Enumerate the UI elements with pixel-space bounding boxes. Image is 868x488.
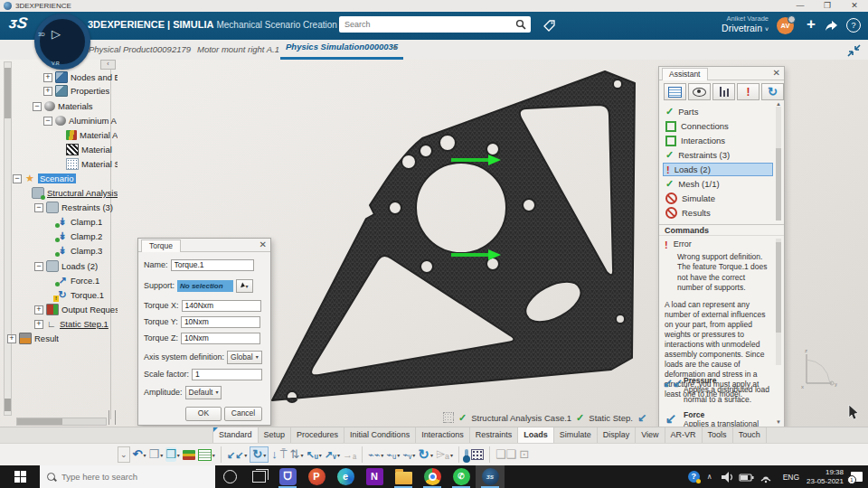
torque-x-field[interactable]	[182, 300, 261, 312]
tree-item-result[interactable]: +Result	[0, 332, 118, 345]
file-explorer-button[interactable]	[389, 465, 418, 488]
compass-widget[interactable]: ▷ 3D V.R	[34, 14, 90, 70]
tab-touch[interactable]: Touch	[733, 427, 767, 443]
scale-factor-field[interactable]	[192, 369, 262, 380]
tree-item-clamp3[interactable]: ↡Clamp.3	[0, 244, 118, 258]
compass-play-icon[interactable]: ▷	[52, 27, 61, 41]
rotation-tool-button[interactable]: ↻▾	[418, 447, 433, 462]
checklist-button[interactable]: ▾	[198, 449, 215, 461]
tab-display[interactable]: Display	[598, 427, 637, 443]
start-button[interactable]	[0, 465, 40, 488]
scrollbar-thumb[interactable]	[17, 418, 62, 425]
user-block[interactable]: Aniket Varade Drivetrain ˅	[722, 14, 769, 33]
torque-tool-button[interactable]: ↻▾	[250, 446, 269, 463]
tab-initial-conditions[interactable]: Initial Conditions	[344, 427, 416, 443]
expand-viewport-icon[interactable]	[847, 44, 861, 57]
connector-v-button[interactable]: ⌁ᵥ▾	[402, 447, 415, 462]
tab-interactions[interactable]: Interactions	[416, 427, 470, 443]
cortana-button[interactable]	[215, 465, 244, 488]
notification-center-icon[interactable]	[851, 472, 863, 482]
maximize-button[interactable]: ❐	[814, 0, 841, 12]
tray-status-icons[interactable]	[720, 471, 776, 483]
search-input[interactable]	[339, 19, 514, 30]
tree-item-clamp2[interactable]: ↡Clamp.2	[0, 230, 118, 243]
assistant-item-interactions[interactable]: Interactions	[663, 134, 773, 147]
language-indicator[interactable]: ENG	[783, 473, 799, 482]
tree-item-loads[interactable]: −Loads (2)	[0, 259, 118, 273]
tab-ar-vr[interactable]: AR-VR	[665, 427, 703, 443]
connector-u-button[interactable]: ⌁ᵤ▾	[386, 447, 400, 462]
picsart-button[interactable]: P	[302, 465, 331, 488]
tab-physics-simulation[interactable]: Physics Simulation0000035	[280, 38, 403, 60]
undo-button[interactable]: ↶▾	[133, 447, 146, 462]
tab-tools[interactable]: Tools	[703, 427, 733, 443]
viewport-3d[interactable]: ‹ +Nodes and El +Properties −Materials −…	[0, 60, 868, 427]
assistant-item-mesh[interactable]: ✓Mesh (1/1)	[663, 177, 773, 191]
assistant-close-icon[interactable]: ✕	[773, 68, 780, 78]
displacement-u-button[interactable]: ↖ᵤ▾	[306, 447, 321, 462]
tab-physical-product[interactable]: Physical Product00092179	[83, 41, 196, 60]
expander-icon[interactable]: +	[34, 305, 43, 314]
name-field[interactable]	[171, 259, 254, 271]
force-command[interactable]: ↙ ForceApplies a translational load	[663, 410, 775, 427]
tree-item-material-b[interactable]: Material	[0, 143, 118, 156]
error-row[interactable]: !Error	[665, 239, 692, 250]
assistant-item-restraints[interactable]: ✓Restraints (3)	[663, 148, 773, 162]
connector-button[interactable]: ⌁⌁▾	[368, 447, 383, 462]
scroll-down-icon[interactable]: ▼	[776, 419, 781, 425]
onenote-button[interactable]: N	[360, 465, 389, 488]
assistant-item-simulate[interactable]: Simulate	[663, 192, 773, 205]
tree-item-nodes[interactable]: +Nodes and El	[0, 70, 118, 84]
edge-button[interactable]: e	[331, 465, 360, 488]
tree-item-force1[interactable]: ↗Force.1	[0, 274, 118, 287]
expander-icon[interactable]: −	[33, 102, 42, 111]
pressure-tool-button[interactable]: ↙↙▾	[227, 447, 247, 462]
expander-icon[interactable]: −	[34, 262, 43, 271]
ok-button[interactable]: OK	[185, 407, 222, 421]
commands-scrollbar[interactable]	[776, 239, 781, 365]
support-picker-button[interactable]: ▾	[236, 279, 253, 293]
axis-system-select[interactable]: Global▾	[227, 351, 262, 364]
part-body[interactable]	[272, 71, 635, 402]
tab-view[interactable]: View	[636, 427, 665, 443]
tree-item-material-c[interactable]: Material S	[0, 157, 118, 171]
tab-motor-mount[interactable]: Motor mount right A.1	[192, 41, 285, 60]
new-tab-button[interactable]: +	[387, 38, 403, 57]
scrollbar-thumb[interactable]	[776, 242, 781, 333]
share-icon[interactable]	[824, 19, 838, 35]
random-pattern-button[interactable]	[471, 449, 484, 460]
torque-z-field[interactable]	[181, 333, 260, 344]
dialog-close-icon[interactable]: ✕	[259, 239, 267, 249]
temperature-tool-button[interactable]	[465, 449, 468, 460]
part-display-button[interactable]: ❒▾	[148, 447, 163, 462]
tab-standard[interactable]: Standard	[212, 427, 259, 443]
tree-item-scenario[interactable]: −★Scenario	[0, 172, 118, 185]
chrome-button[interactable]	[418, 465, 447, 488]
refresh-button[interactable]: ↻	[761, 83, 784, 100]
velocity-v-button[interactable]: ↗ᵥ▾	[325, 447, 340, 462]
tree-item-properties[interactable]: +Properties	[0, 84, 118, 98]
expander-icon[interactable]: +	[7, 334, 16, 343]
filter-display-button[interactable]	[712, 83, 735, 100]
acceleration-button[interactable]: →ₐ	[343, 447, 356, 462]
amplitude-tool-button[interactable]: ⌲ₐ▾	[436, 447, 453, 462]
whatsapp-button[interactable]: ✆	[447, 465, 476, 488]
clock[interactable]: 19:3823-05-2021	[807, 468, 844, 486]
tree-item-material-a[interactable]: Material A	[0, 128, 118, 142]
bolt-tool-button[interactable]: ⍑	[280, 447, 288, 462]
tab-procedures[interactable]: Procedures	[291, 427, 344, 443]
taskbar-search-input[interactable]	[60, 471, 199, 483]
snapshot-button[interactable]: ⊡	[519, 447, 529, 462]
minimize-button[interactable]: —	[787, 0, 814, 12]
expander-icon[interactable]: −	[13, 174, 22, 183]
bolt-tension-button[interactable]: ⇅▾	[290, 447, 304, 462]
assistant-titlebar[interactable]: Assistant ✕	[659, 67, 784, 80]
model-update-button[interactable]: ❒▾	[165, 447, 180, 462]
tree-item-torque1[interactable]: ↻Torque.1	[0, 288, 118, 302]
tab-simulate[interactable]: Simulate	[554, 427, 598, 443]
show-errors-button[interactable]: !	[737, 83, 760, 100]
tree-horizontal-scrollbar[interactable]	[16, 418, 107, 426]
help-icon[interactable]: ?	[846, 18, 861, 33]
scrollbar-thumb[interactable]	[776, 148, 781, 221]
expander-icon[interactable]: +	[43, 87, 52, 96]
